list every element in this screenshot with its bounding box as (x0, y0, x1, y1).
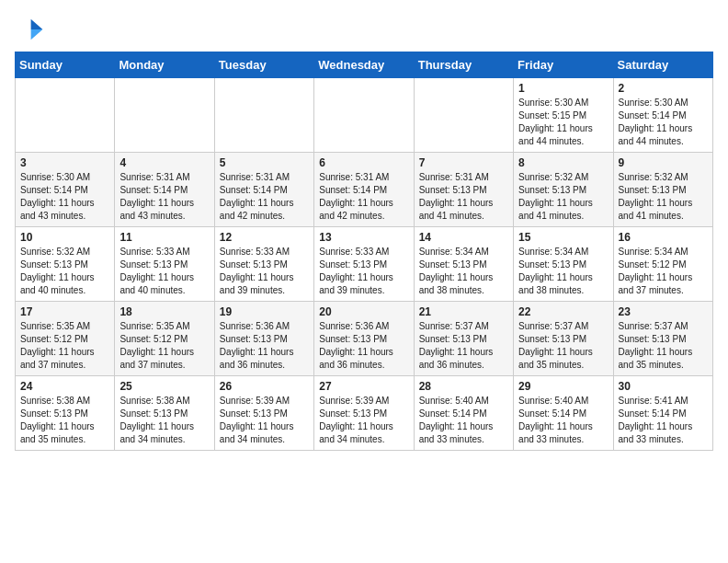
day-info: Sunrise: 5:37 AM Sunset: 5:13 PM Dayligh… (419, 320, 508, 372)
day-number: 2 (619, 82, 708, 95)
day-info: Sunrise: 5:30 AM Sunset: 5:14 PM Dayligh… (619, 97, 708, 148)
day-info: Sunrise: 5:32 AM Sunset: 5:13 PM Dayligh… (518, 171, 608, 223)
calendar-cell: 15Sunrise: 5:34 AM Sunset: 5:13 PM Dayli… (514, 227, 613, 302)
calendar-cell: 18Sunrise: 5:35 AM Sunset: 5:12 PM Dayli… (115, 302, 214, 376)
svg-marker-1 (31, 29, 43, 40)
day-number: 7 (419, 156, 508, 169)
col-header-thursday: Thursday (414, 52, 513, 78)
calendar-cell (314, 78, 414, 153)
calendar-week-row: 10Sunrise: 5:32 AM Sunset: 5:13 PM Dayli… (16, 227, 713, 302)
calendar-cell: 21Sunrise: 5:37 AM Sunset: 5:13 PM Dayli… (414, 302, 513, 376)
calendar-week-row: 1Sunrise: 5:30 AM Sunset: 5:15 PM Daylig… (16, 78, 713, 153)
day-number: 26 (220, 380, 309, 393)
day-number: 14 (419, 231, 508, 244)
day-info: Sunrise: 5:31 AM Sunset: 5:14 PM Dayligh… (119, 171, 209, 223)
day-number: 17 (20, 305, 109, 318)
day-info: Sunrise: 5:38 AM Sunset: 5:13 PM Dayligh… (20, 395, 109, 446)
col-header-friday: Friday (514, 52, 613, 78)
col-header-tuesday: Tuesday (214, 52, 313, 78)
day-info: Sunrise: 5:32 AM Sunset: 5:13 PM Dayligh… (20, 246, 109, 297)
day-number: 8 (518, 156, 608, 169)
day-number: 12 (220, 231, 309, 244)
day-info: Sunrise: 5:33 AM Sunset: 5:13 PM Dayligh… (220, 246, 309, 297)
day-info: Sunrise: 5:30 AM Sunset: 5:14 PM Dayligh… (20, 171, 109, 223)
calendar-cell: 12Sunrise: 5:33 AM Sunset: 5:13 PM Dayli… (214, 227, 313, 302)
col-header-monday: Monday (115, 52, 214, 78)
page-header (15, 15, 713, 44)
day-info: Sunrise: 5:34 AM Sunset: 5:12 PM Dayligh… (619, 246, 708, 297)
day-number: 6 (319, 156, 408, 169)
calendar-week-row: 3Sunrise: 5:30 AM Sunset: 5:14 PM Daylig… (16, 153, 713, 227)
calendar-cell (115, 78, 214, 153)
day-info: Sunrise: 5:40 AM Sunset: 5:14 PM Dayligh… (419, 395, 508, 446)
day-info: Sunrise: 5:33 AM Sunset: 5:13 PM Dayligh… (319, 246, 408, 297)
day-number: 16 (619, 231, 708, 244)
calendar-cell: 16Sunrise: 5:34 AM Sunset: 5:12 PM Dayli… (613, 227, 712, 302)
calendar-cell: 5Sunrise: 5:31 AM Sunset: 5:14 PM Daylig… (214, 153, 313, 227)
calendar-cell: 13Sunrise: 5:33 AM Sunset: 5:13 PM Dayli… (314, 227, 414, 302)
day-info: Sunrise: 5:34 AM Sunset: 5:13 PM Dayligh… (419, 246, 508, 297)
calendar-cell (414, 78, 513, 153)
calendar-cell: 23Sunrise: 5:37 AM Sunset: 5:13 PM Dayli… (613, 302, 712, 376)
calendar-cell: 30Sunrise: 5:41 AM Sunset: 5:14 PM Dayli… (613, 376, 712, 451)
calendar-cell: 19Sunrise: 5:36 AM Sunset: 5:13 PM Dayli… (214, 302, 313, 376)
day-number: 20 (319, 305, 408, 318)
svg-marker-0 (31, 19, 43, 29)
day-number: 18 (119, 305, 209, 318)
calendar-cell (214, 78, 313, 153)
day-number: 13 (319, 231, 408, 244)
day-number: 25 (119, 380, 209, 393)
day-number: 19 (220, 305, 309, 318)
calendar-cell: 25Sunrise: 5:38 AM Sunset: 5:13 PM Dayli… (115, 376, 214, 451)
calendar-cell: 14Sunrise: 5:34 AM Sunset: 5:13 PM Dayli… (414, 227, 513, 302)
calendar-cell: 2Sunrise: 5:30 AM Sunset: 5:14 PM Daylig… (613, 78, 712, 153)
calendar-cell: 26Sunrise: 5:39 AM Sunset: 5:13 PM Dayli… (214, 376, 313, 451)
calendar-cell: 29Sunrise: 5:40 AM Sunset: 5:14 PM Dayli… (514, 376, 613, 451)
calendar-table: SundayMondayTuesdayWednesdayThursdayFrid… (15, 52, 713, 451)
calendar-header-row: SundayMondayTuesdayWednesdayThursdayFrid… (16, 52, 713, 78)
col-header-sunday: Sunday (16, 52, 115, 78)
day-number: 10 (20, 231, 109, 244)
day-info: Sunrise: 5:37 AM Sunset: 5:13 PM Dayligh… (518, 320, 608, 372)
day-number: 4 (119, 156, 209, 169)
day-number: 15 (518, 231, 608, 244)
day-info: Sunrise: 5:38 AM Sunset: 5:13 PM Dayligh… (119, 395, 209, 446)
day-info: Sunrise: 5:31 AM Sunset: 5:14 PM Dayligh… (319, 171, 408, 223)
calendar-cell: 11Sunrise: 5:33 AM Sunset: 5:13 PM Dayli… (115, 227, 214, 302)
day-info: Sunrise: 5:35 AM Sunset: 5:12 PM Dayligh… (20, 320, 109, 372)
calendar-week-row: 17Sunrise: 5:35 AM Sunset: 5:12 PM Dayli… (16, 302, 713, 376)
calendar-cell: 6Sunrise: 5:31 AM Sunset: 5:14 PM Daylig… (314, 153, 414, 227)
day-number: 11 (119, 231, 209, 244)
day-info: Sunrise: 5:40 AM Sunset: 5:14 PM Dayligh… (518, 395, 608, 446)
calendar-cell: 10Sunrise: 5:32 AM Sunset: 5:13 PM Dayli… (16, 227, 115, 302)
day-info: Sunrise: 5:36 AM Sunset: 5:13 PM Dayligh… (220, 320, 309, 372)
day-info: Sunrise: 5:33 AM Sunset: 5:13 PM Dayligh… (119, 246, 209, 297)
day-number: 24 (20, 380, 109, 393)
day-number: 23 (619, 305, 708, 318)
day-info: Sunrise: 5:34 AM Sunset: 5:13 PM Dayligh… (518, 246, 608, 297)
day-number: 28 (419, 380, 508, 393)
calendar-week-row: 24Sunrise: 5:38 AM Sunset: 5:13 PM Dayli… (16, 376, 713, 451)
calendar-cell: 27Sunrise: 5:39 AM Sunset: 5:13 PM Dayli… (314, 376, 414, 451)
day-number: 1 (518, 82, 608, 95)
day-number: 22 (518, 305, 608, 318)
calendar-cell: 7Sunrise: 5:31 AM Sunset: 5:13 PM Daylig… (414, 153, 513, 227)
day-info: Sunrise: 5:32 AM Sunset: 5:13 PM Dayligh… (619, 171, 708, 223)
calendar-cell: 22Sunrise: 5:37 AM Sunset: 5:13 PM Dayli… (514, 302, 613, 376)
day-number: 27 (319, 380, 408, 393)
day-number: 21 (419, 305, 508, 318)
day-number: 3 (20, 156, 109, 169)
day-number: 29 (518, 380, 608, 393)
calendar-cell: 8Sunrise: 5:32 AM Sunset: 5:13 PM Daylig… (514, 153, 613, 227)
day-number: 9 (619, 156, 708, 169)
day-number: 5 (220, 156, 309, 169)
day-info: Sunrise: 5:31 AM Sunset: 5:13 PM Dayligh… (419, 171, 508, 223)
col-header-saturday: Saturday (613, 52, 712, 78)
calendar-cell: 24Sunrise: 5:38 AM Sunset: 5:13 PM Dayli… (16, 376, 115, 451)
logo-icon (15, 15, 44, 44)
day-info: Sunrise: 5:41 AM Sunset: 5:14 PM Dayligh… (619, 395, 708, 446)
calendar-cell: 4Sunrise: 5:31 AM Sunset: 5:14 PM Daylig… (115, 153, 214, 227)
col-header-wednesday: Wednesday (314, 52, 414, 78)
day-info: Sunrise: 5:39 AM Sunset: 5:13 PM Dayligh… (319, 395, 408, 446)
calendar-cell: 17Sunrise: 5:35 AM Sunset: 5:12 PM Dayli… (16, 302, 115, 376)
